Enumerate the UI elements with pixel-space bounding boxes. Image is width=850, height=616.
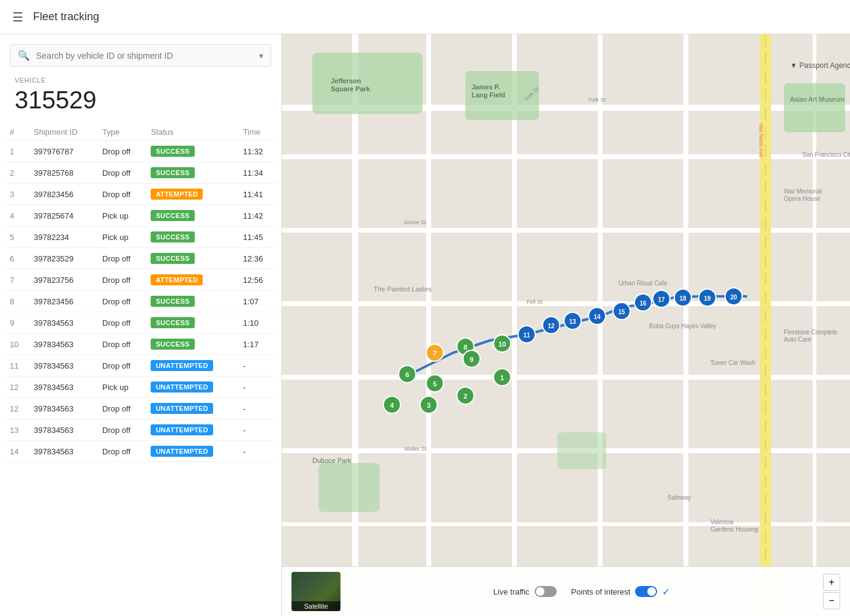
row-time: 11:45 <box>238 227 276 248</box>
row-type: Pick up <box>97 205 146 227</box>
table-row[interactable]: 11 397834563 Drop off UNATTEMPTED - <box>5 355 276 377</box>
table-row[interactable]: 8 397823456 Drop off SUCCESS 1:07 <box>5 291 276 312</box>
row-status: SUCCESS <box>146 162 238 184</box>
row-status: UNATTEMPTED <box>146 398 238 419</box>
status-badge: UNATTEMPTED <box>151 446 213 457</box>
row-shipment-id: 397834563 <box>29 398 97 419</box>
row-type: Drop off <box>97 312 146 334</box>
svg-text:18: 18 <box>679 295 686 302</box>
row-time: 11:41 <box>238 184 276 205</box>
col-num: # <box>5 124 29 141</box>
zoom-in-button[interactable]: + <box>823 574 840 591</box>
row-type: Pick up <box>97 227 146 248</box>
table-row[interactable]: 6 397823529 Drop off SUCCESS 12:36 <box>5 248 276 269</box>
row-num: 3 <box>5 184 29 205</box>
svg-text:13: 13 <box>569 318 576 325</box>
live-traffic-switch[interactable] <box>535 586 557 597</box>
row-num: 14 <box>5 441 29 462</box>
row-shipment-id: 397834563 <box>29 334 97 355</box>
svg-text:Firestone Complete: Firestone Complete <box>784 329 838 336</box>
table-row[interactable]: 2 397825768 Drop off SUCCESS 11:34 <box>5 162 276 184</box>
row-status: UNATTEMPTED <box>146 419 238 441</box>
svg-rect-21 <box>557 432 606 469</box>
table-row[interactable]: 10 397834563 Drop off SUCCESS 1:17 <box>5 334 276 355</box>
live-traffic-toggle-group: Live traffic <box>494 586 557 597</box>
zoom-out-button[interactable]: − <box>823 592 840 609</box>
svg-text:Asian Art Museum: Asian Art Museum <box>790 96 844 103</box>
svg-text:4: 4 <box>390 402 394 409</box>
vehicle-label: VEHICLE <box>0 77 281 84</box>
app-header: ☰ Fleet tracking <box>0 0 850 34</box>
search-dropdown-icon[interactable]: ▾ <box>259 51 263 61</box>
row-time: 11:34 <box>238 162 276 184</box>
svg-text:▼ Passport Agency: ▼ Passport Agency <box>790 61 850 70</box>
row-shipment-id: 397823529 <box>29 248 97 269</box>
poi-knob <box>647 587 656 596</box>
row-num: 9 <box>5 312 29 334</box>
row-status: SUCCESS <box>146 141 238 162</box>
row-status: SUCCESS <box>146 248 238 269</box>
menu-icon[interactable]: ☰ <box>12 10 23 24</box>
svg-text:Safeway: Safeway <box>668 494 691 501</box>
row-time: - <box>238 377 276 398</box>
search-bar[interactable]: 🔍 ▾ <box>10 44 271 67</box>
row-time: 1:17 <box>238 334 276 355</box>
map-zoom-controls: + − <box>823 574 840 609</box>
row-shipment-id: 397823756 <box>29 269 97 291</box>
map-controls: Live traffic Points of interest ✓ <box>494 586 671 598</box>
poi-label: Points of interest <box>571 587 631 596</box>
row-time: 11:42 <box>238 205 276 227</box>
satellite-toggle[interactable]: Satellite <box>291 572 340 611</box>
row-time: 12:56 <box>238 269 276 291</box>
live-traffic-label: Live traffic <box>494 587 530 596</box>
svg-text:Gardens Housing: Gardens Housing <box>710 526 758 533</box>
col-status: Status <box>146 124 238 141</box>
row-status: ATTEMPTED <box>146 269 238 291</box>
svg-text:14: 14 <box>593 314 601 320</box>
table-row[interactable]: 3 397823456 Drop off ATTEMPTED 11:41 <box>5 184 276 205</box>
row-num: 12 <box>5 377 29 398</box>
svg-rect-20 <box>318 463 380 512</box>
app-title: Fleet tracking <box>33 10 99 23</box>
row-time: - <box>238 398 276 419</box>
table-row[interactable]: 7 397823756 Drop off ATTEMPTED 12:56 <box>5 269 276 291</box>
row-shipment-id: 397976787 <box>29 141 97 162</box>
status-badge: SUCCESS <box>151 146 194 157</box>
row-time: 1:07 <box>238 291 276 312</box>
svg-text:3: 3 <box>427 402 431 409</box>
table-row[interactable]: 13 397834563 Drop off UNATTEMPTED - <box>5 419 276 441</box>
search-input[interactable] <box>36 51 259 61</box>
table-header-row: # Shipment ID Type Status Time <box>5 124 276 141</box>
svg-text:17: 17 <box>658 296 665 303</box>
row-shipment-id: 397825674 <box>29 205 97 227</box>
table-row[interactable]: 5 39782234 Pick up SUCCESS 11:45 <box>5 227 276 248</box>
svg-text:19: 19 <box>704 295 711 302</box>
table-row[interactable]: 1 397976787 Drop off SUCCESS 11:32 <box>5 141 276 162</box>
table-row[interactable]: 9 397834563 Drop off SUCCESS 1:10 <box>5 312 276 334</box>
status-badge: SUCCESS <box>151 231 194 242</box>
svg-text:Duboce Park: Duboce Park <box>312 457 352 464</box>
row-time: 12:36 <box>238 248 276 269</box>
poi-switch[interactable] <box>635 586 657 597</box>
svg-text:10: 10 <box>498 340 506 348</box>
map-view[interactable]: 6 7 8 10 9 <box>282 34 850 616</box>
svg-text:Van Ness Ave: Van Ness Ave <box>758 123 764 157</box>
svg-text:Square Park: Square Park <box>331 85 370 92</box>
shipments-table: # Shipment ID Type Status Time 1 3979767… <box>5 124 276 462</box>
row-type: Drop off <box>97 162 146 184</box>
row-shipment-id: 397834563 <box>29 355 97 377</box>
row-shipment-id: 397825768 <box>29 162 97 184</box>
row-shipment-id: 397823456 <box>29 291 97 312</box>
map-container[interactable]: 6 7 8 10 9 <box>282 34 850 616</box>
svg-text:12: 12 <box>547 323 555 329</box>
row-type: Drop off <box>97 184 146 205</box>
svg-text:1: 1 <box>500 374 504 381</box>
row-time: - <box>238 355 276 377</box>
table-row[interactable]: 14 397834563 Drop off UNATTEMPTED - <box>5 441 276 462</box>
table-row[interactable]: 12 397834563 Pick up UNATTEMPTED - <box>5 377 276 398</box>
table-row[interactable]: 12 397834563 Drop off UNATTEMPTED - <box>5 398 276 419</box>
map-bottom-bar: Satellite Live traffic Points of interes… <box>282 566 850 616</box>
row-status: SUCCESS <box>146 291 238 312</box>
svg-text:6: 6 <box>405 371 409 378</box>
table-row[interactable]: 4 397825674 Pick up SUCCESS 11:42 <box>5 205 276 227</box>
